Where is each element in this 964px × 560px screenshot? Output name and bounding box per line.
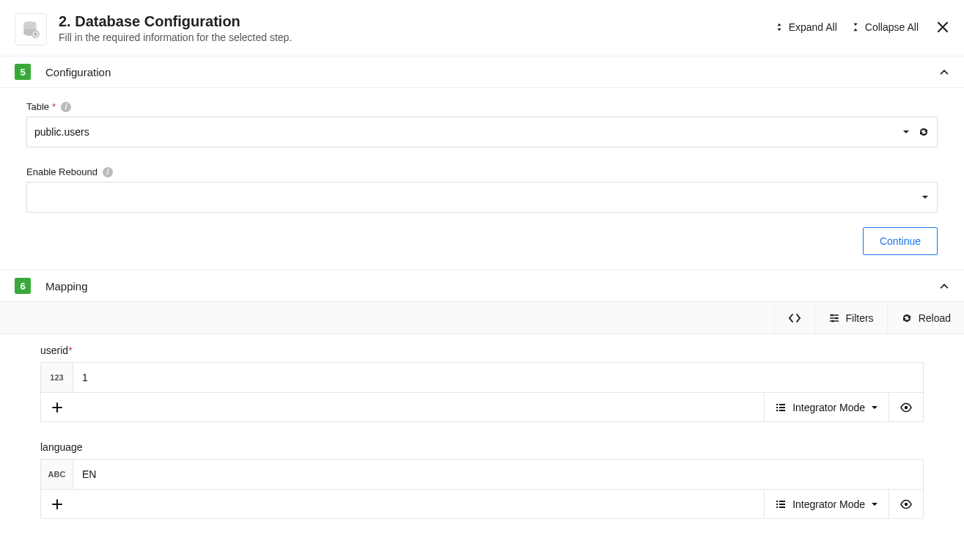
svg-point-7 — [905, 502, 908, 505]
mapping-toolbar: Filters Reload — [0, 302, 964, 334]
refresh-icon[interactable] — [918, 126, 930, 138]
info-icon[interactable]: i — [61, 102, 71, 112]
section-configuration-header[interactable]: 5 Configuration — [0, 56, 964, 88]
code-icon — [788, 312, 801, 325]
reload-icon — [901, 312, 913, 324]
integrator-mode-button[interactable]: Integrator Mode — [764, 490, 888, 518]
eye-icon — [899, 498, 913, 511]
dropdown-caret-icon — [902, 128, 910, 136]
table-select[interactable]: public.users — [26, 117, 938, 147]
continue-button[interactable]: Continue — [863, 227, 938, 255]
svg-point-3 — [831, 314, 833, 316]
chevron-up-icon — [939, 281, 949, 291]
list-icon — [775, 402, 787, 413]
step-number-mapping: 6 — [15, 278, 31, 294]
close-icon — [936, 21, 949, 34]
expand-all-button[interactable]: Expand All — [774, 21, 837, 33]
type-string-chip: ABC — [41, 460, 73, 489]
chevron-up-icon — [939, 67, 949, 77]
table-value: public.users — [34, 126, 902, 138]
step-header: 2. Database Configuration Fill in the re… — [0, 0, 964, 56]
mapping-field-language: language ABC EN Integrator Mode — [40, 441, 924, 519]
integrator-mode-button[interactable]: Integrator Mode — [764, 393, 888, 421]
dropdown-caret-icon — [921, 193, 930, 202]
enable-rebound-select[interactable] — [26, 182, 938, 213]
dropdown-caret-icon — [871, 404, 878, 411]
enable-rebound-label: Enable Rebound i — [26, 166, 938, 177]
svg-point-5 — [831, 320, 834, 322]
eye-icon — [899, 401, 913, 414]
plus-icon — [52, 402, 62, 413]
sliders-icon — [828, 312, 840, 324]
database-icon — [15, 13, 47, 45]
mapping-value: EN — [73, 468, 923, 480]
section-mapping-header[interactable]: 6 Mapping — [0, 270, 964, 302]
required-asterisk: * — [68, 345, 72, 356]
list-icon — [775, 498, 787, 510]
mapping-field-label: userid* — [40, 345, 924, 356]
add-button[interactable] — [41, 393, 73, 421]
table-label: Table* i — [26, 101, 938, 112]
filters-button[interactable]: Filters — [814, 302, 887, 334]
mapping-field-userid: userid* 123 1 Integrator Mode — [40, 345, 924, 422]
dropdown-caret-icon — [871, 501, 878, 508]
section-configuration-label: Configuration — [45, 66, 111, 78]
mapping-action-row: Integrator Mode — [40, 393, 924, 422]
mapping-value-input[interactable]: ABC EN — [40, 459, 924, 490]
page-title: 2. Database Configuration — [59, 13, 774, 30]
section-configuration-body: Table* i public.users Enable Rebound i C… — [0, 88, 964, 270]
mapping-field-label: language — [40, 441, 924, 453]
info-icon[interactable]: i — [103, 167, 113, 177]
type-number-chip: 123 — [41, 363, 73, 392]
reload-button[interactable]: Reload — [887, 302, 964, 334]
collapse-all-button[interactable]: Collapse All — [850, 21, 919, 33]
mapping-value-input[interactable]: 123 1 — [40, 362, 924, 393]
mapping-body: userid* 123 1 Integrator Mode — [0, 334, 964, 560]
expand-icon — [774, 22, 784, 32]
code-view-button[interactable] — [774, 302, 814, 334]
collapse-icon — [850, 22, 861, 32]
required-asterisk: * — [52, 101, 56, 112]
plus-icon — [52, 499, 62, 509]
visibility-button[interactable] — [888, 393, 923, 421]
svg-point-4 — [835, 317, 837, 319]
add-button[interactable] — [41, 490, 73, 518]
svg-point-6 — [905, 405, 908, 408]
svg-point-2 — [34, 33, 37, 35]
page-subtitle: Fill in the required information for the… — [59, 32, 774, 43]
visibility-button[interactable] — [888, 490, 923, 518]
mapping-action-row: Integrator Mode — [40, 490, 924, 519]
close-button[interactable] — [936, 21, 949, 34]
mapping-value: 1 — [73, 372, 923, 383]
step-number-configuration: 5 — [15, 64, 31, 80]
section-mapping-label: Mapping — [45, 280, 88, 292]
